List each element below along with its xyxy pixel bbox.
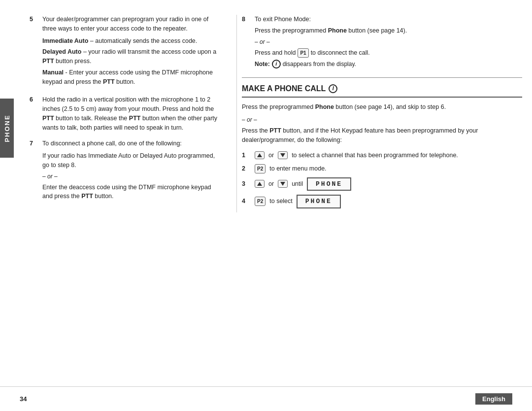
step-8-press-text: Press and hold (255, 48, 296, 58)
page-number: 34 (20, 395, 27, 403)
right-column: 8 To exit Phone Mode: Press the preprogr… (236, 15, 522, 212)
step-7-text: To disconnect a phone call, do one of th… (42, 140, 182, 147)
step-7-number: 7 (30, 139, 39, 148)
main-content: 5 Your dealer/programmer can preprogram … (20, 15, 532, 212)
step-5-number: 5 (30, 15, 39, 24)
p2-button-4: P2 (255, 197, 266, 206)
manual-text: - Enter your access code using the DTMF … (42, 69, 213, 85)
right-step-4: 4 P2 to select PHONE (242, 195, 522, 208)
immediate-auto-text: – automatically sends the access code. (90, 37, 197, 44)
manual-label: Manual (42, 69, 64, 76)
right-step-3-or: or (268, 179, 274, 189)
right-step-2: 2 P2 to enter menu mode. (242, 164, 522, 173)
note-label: Note: (255, 60, 270, 68)
step-5-text: Your dealer/programmer can preprogram yo… (42, 16, 208, 32)
right-step-3-number: 3 (242, 179, 252, 189)
down-arrow-icon-1 (280, 153, 285, 157)
step-6-content: Hold the radio in a vertical position wi… (42, 95, 222, 132)
step-5: 5 Your dealer/programmer can preprogram … (30, 15, 222, 88)
right-step-4-content: P2 to select PHONE (255, 195, 522, 208)
step-7-content: To disconnect a phone call, do one of th… (42, 139, 222, 201)
step-8-sub2: Press and hold P1 to disconnect the call… (255, 48, 522, 58)
step-6-text: Hold the radio in a vertical position wi… (42, 96, 217, 131)
phone-display-4: PHONE (297, 195, 341, 208)
right-step-1-or: or (268, 151, 274, 160)
right-step-4-text: to select (269, 197, 293, 206)
right-step-3: 3 or until PHONE (242, 177, 522, 191)
p1-button: P1 (298, 48, 308, 58)
phone-side-tab: PHONE (0, 99, 14, 158)
step-7-subs: If your radio has Immediate Auto or Dela… (42, 151, 222, 201)
step-6-number: 6 (30, 95, 39, 104)
section-divider (242, 77, 522, 78)
down-arrow-btn-3 (278, 180, 288, 188)
side-tab-label: PHONE (3, 114, 11, 142)
right-step-2-content: P2 to enter menu mode. (255, 164, 522, 173)
step-5-manual: Manual - Enter your access code using th… (42, 68, 222, 87)
section-body2: Press the PTT button, and if the Hot Key… (242, 126, 522, 145)
step-7: 7 To disconnect a phone call, do one of … (30, 139, 222, 201)
phone-display-3: PHONE (307, 177, 351, 191)
section-icon: i (329, 84, 337, 93)
down-arrow-btn-1 (278, 151, 288, 159)
step-7-sub2-text: Enter the deaccess code using the DTMF m… (42, 184, 211, 200)
down-arrow-icon-3 (280, 182, 285, 186)
right-step-2-text: to enter menu mode. (269, 164, 326, 173)
note-text: disappears from the display. (283, 60, 356, 68)
step-7-sub1: If your radio has Immediate Auto or Dela… (42, 151, 222, 170)
step-7-sub2: Enter the deaccess code using the DTMF m… (42, 183, 222, 202)
up-arrow-icon-1 (257, 153, 262, 157)
step-8-disconnect-text: to disconnect the call. (311, 48, 370, 58)
step-5-delayed: Delayed Auto – your radio will transmit … (42, 47, 222, 66)
up-arrow-btn-1 (255, 151, 265, 159)
make-phone-call-heading: MAKE A PHONE CALL i (242, 83, 522, 98)
step-8-content: To exit Phone Mode: Press the preprogram… (255, 15, 522, 70)
note-line: Note: i disappears from the display. (255, 60, 522, 68)
step-8: 8 To exit Phone Mode: Press the preprogr… (242, 15, 522, 70)
step-8-title: To exit Phone Mode: (255, 15, 522, 24)
right-step-3-until: until (292, 179, 303, 189)
section-body1: Press the preprogrammed Phone button (se… (242, 103, 522, 112)
right-step-1-number: 1 (242, 151, 252, 160)
english-tab[interactable]: English (475, 393, 512, 405)
left-column: 5 Your dealer/programmer can preprogram … (30, 15, 236, 212)
immediate-auto-label: Immediate Auto (42, 37, 88, 44)
delayed-auto-label: Delayed Auto (42, 48, 81, 55)
step-8-or: – or – (255, 37, 522, 46)
right-step-4-number: 4 (242, 197, 252, 206)
section-heading-text: MAKE A PHONE CALL (242, 83, 326, 95)
right-step-2-number: 2 (242, 164, 252, 173)
step-7-sub1-text: If your radio has Immediate Auto or Dela… (42, 152, 215, 169)
step-7-or: – or – (42, 172, 222, 181)
right-step-1-text: to select a channel that has been progra… (292, 151, 458, 160)
bottom-bar: 34 English (0, 386, 532, 411)
up-arrow-btn-3 (255, 180, 265, 188)
right-step-1: 1 or to select a channel that has been p… (242, 151, 522, 160)
step-5-immediate: Immediate Auto – automatically sends the… (42, 36, 222, 46)
section-or: – or – (242, 115, 522, 124)
step-6: 6 Hold the radio in a vertical position … (30, 95, 222, 132)
right-step-3-content: or until PHONE (255, 177, 522, 191)
step-5-content: Your dealer/programmer can preprogram yo… (42, 15, 222, 88)
right-step-1-content: or to select a channel that has been pro… (255, 151, 522, 160)
up-arrow-icon-3 (257, 182, 262, 186)
step-8-sub1: Press the preprogrammed Phone button (se… (255, 26, 522, 35)
p2-button-2: P2 (255, 164, 266, 173)
note-icon: i (272, 60, 281, 68)
step-5-sub: Immediate Auto – automatically sends the… (42, 36, 222, 87)
step-8-number: 8 (242, 15, 252, 24)
